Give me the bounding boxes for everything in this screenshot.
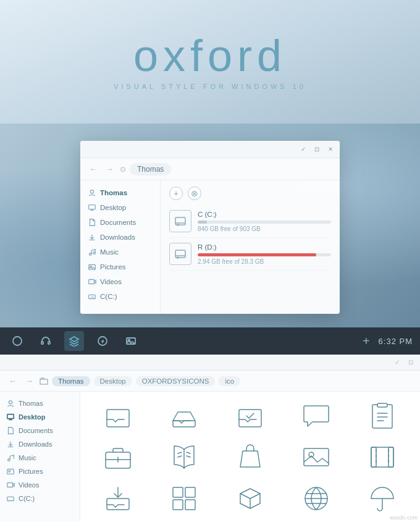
breadcrumb-desktop[interactable]: Desktop xyxy=(94,376,132,386)
drive-r-name: R (D:) xyxy=(198,243,331,251)
bottom-back-btn[interactable]: ← xyxy=(6,375,19,387)
svg-rect-47 xyxy=(371,447,376,467)
svg-rect-56 xyxy=(173,487,183,497)
drive-r-bar-bg xyxy=(198,253,331,256)
drive-c-info: C (C:) 840 GB free of 903 GB xyxy=(198,211,331,232)
bottom-sidebar-drive[interactable]: C(C:) xyxy=(0,492,80,505)
window-titlebar: ✓ ⊡ ✕ xyxy=(80,141,340,158)
sidebar-label-music: Music xyxy=(100,248,119,256)
sidebar-item-desktop[interactable]: Desktop xyxy=(80,200,160,215)
close-button[interactable]: ✕ xyxy=(326,145,335,154)
taskbar-add-button[interactable]: + xyxy=(363,334,370,348)
icon-inbox-down[interactable] xyxy=(86,479,149,517)
bottom-sidebar-videos[interactable]: Videos xyxy=(0,478,80,492)
icon-inbox[interactable] xyxy=(86,397,149,434)
drive-c-bar-bg xyxy=(198,221,331,224)
drive-r-icon xyxy=(169,243,191,265)
breadcrumb-oxfordsysicons[interactable]: OXFORDSYSICONS xyxy=(136,376,216,386)
drive-c-name: C (C:) xyxy=(198,211,331,218)
icon-globe[interactable] xyxy=(285,479,348,517)
bottom-forward-btn[interactable]: → xyxy=(23,375,36,387)
sidebar-item-thomas[interactable]: Thomas xyxy=(80,185,160,200)
taskbar-compass-icon[interactable] xyxy=(93,331,112,351)
icon-open-book[interactable] xyxy=(153,438,215,476)
taskbar-time: 6:32 PM xyxy=(379,337,413,346)
folder-icon xyxy=(40,377,48,385)
sidebar-item-videos[interactable]: Videos xyxy=(80,274,160,289)
taskbar-headphones-icon[interactable] xyxy=(36,331,56,351)
sidebar-label-desktop: Desktop xyxy=(100,204,126,211)
icon-box[interactable] xyxy=(219,479,281,517)
location-pill[interactable]: Thomas xyxy=(130,163,171,175)
bottom-sidebar-pictures[interactable]: Pictures xyxy=(0,465,80,478)
drive-c-bar-fill xyxy=(198,221,207,224)
bottom-sidebar-music[interactable]: Music xyxy=(0,451,80,465)
minimize-button[interactable]: ✓ xyxy=(299,145,308,154)
taskbar-power-icon[interactable] xyxy=(7,331,27,351)
icon-inbox-open[interactable] xyxy=(153,397,215,434)
icon-umbrella[interactable] xyxy=(351,479,414,517)
bottom-sidebar-documents[interactable]: Documents xyxy=(0,424,80,437)
sidebar-label-downloads: Downloads xyxy=(100,234,135,241)
bottom-sidebar-desktop[interactable]: Desktop xyxy=(0,410,80,424)
svg-line-41 xyxy=(178,456,182,457)
icon-clipboard[interactable] xyxy=(351,397,414,434)
sidebar-top: Thomas Desktop Documents Downloads Music xyxy=(80,180,161,314)
bottom-body: Thomas Desktop Documents Downloads Music xyxy=(0,392,420,522)
bottom-titlebar: ✓ ⊡ xyxy=(0,355,420,371)
bottom-minimize-btn[interactable]: ✓ xyxy=(393,358,401,367)
brand-title: oxford xyxy=(133,33,287,78)
icon-image-landscape[interactable] xyxy=(285,438,348,476)
bottom-section: ✓ ⊡ ← → Thomas Desktop OXFORDSYSICONS ic… xyxy=(0,355,420,522)
breadcrumb-ico[interactable]: ico xyxy=(219,376,240,386)
breadcrumb-thomas[interactable]: Thomas xyxy=(52,376,90,386)
svg-point-26 xyxy=(9,471,10,473)
sidebar-item-downloads[interactable]: Downloads xyxy=(80,230,160,245)
drive-r-bar-fill xyxy=(198,253,316,256)
icon-briefcase[interactable] xyxy=(86,438,149,476)
bottom-sidebar-downloads[interactable]: Downloads xyxy=(0,437,80,451)
sidebar-label-drive-c: C(C:) xyxy=(100,293,117,300)
sidebar-item-music[interactable]: Music xyxy=(80,245,160,259)
back-button[interactable]: ← xyxy=(86,163,99,175)
sidebar-item-documents[interactable]: Documents xyxy=(80,215,160,230)
forward-button[interactable]: → xyxy=(103,163,116,175)
remove-button[interactable]: ⊗ xyxy=(188,187,201,200)
taskbar-image-icon[interactable] xyxy=(121,331,141,351)
svg-rect-8 xyxy=(175,217,185,225)
icon-grid-box[interactable] xyxy=(153,479,215,517)
icon-chat-bubble[interactable] xyxy=(285,397,348,434)
svg-rect-59 xyxy=(185,500,195,510)
svg-rect-31 xyxy=(239,410,261,427)
add-button[interactable]: + xyxy=(169,187,183,200)
maximize-button[interactable]: ⊡ xyxy=(313,145,321,154)
taskbar-layers-icon[interactable] xyxy=(64,331,84,351)
explorer-window-top: ✓ ⊡ ✕ ← → ⊙ Thomas Thomas Desktop xyxy=(80,141,340,314)
drive-r-item[interactable]: R (D:) 2.94 GB free of 28.3 GB xyxy=(169,238,331,271)
sidebar-item-pictures[interactable]: Pictures xyxy=(80,259,160,274)
drive-c-item[interactable]: C (C:) 840 GB free of 903 GB xyxy=(169,205,331,238)
window-body: Thomas Desktop Documents Downloads Music xyxy=(80,180,340,314)
watermark: wsxdn.com xyxy=(390,515,418,521)
svg-point-22 xyxy=(9,401,12,404)
brand-subtitle: VISUAL STYLE FOR WINDOWS 10 xyxy=(114,83,306,90)
window-toolbar: ← → ⊙ Thomas xyxy=(80,158,340,180)
svg-rect-23 xyxy=(7,415,14,419)
sidebar-label-documents: Documents xyxy=(100,219,136,226)
svg-rect-29 xyxy=(107,410,129,427)
sidebar-item-drive-c[interactable]: C(C:) xyxy=(80,289,160,304)
bottom-sidebar-label-drive: C(C:) xyxy=(19,495,35,502)
sidebar-label-thomas: Thomas xyxy=(100,189,127,196)
top-hero: oxford VISUAL STYLE FOR WINDOWS 10 xyxy=(0,0,420,124)
svg-line-42 xyxy=(187,452,190,453)
bottom-sidebar-label-thomas: Thomas xyxy=(19,400,43,407)
bottom-sidebar-label-videos: Videos xyxy=(19,481,39,489)
icon-inbox-check[interactable] xyxy=(219,397,281,434)
svg-rect-32 xyxy=(377,403,387,407)
bottom-sidebar-label-pictures: Pictures xyxy=(19,468,43,475)
icon-shopping-bag[interactable] xyxy=(219,438,281,476)
bottom-sidebar-thomas[interactable]: Thomas xyxy=(0,397,80,410)
bottom-maximize-btn[interactable]: ⊡ xyxy=(406,358,415,367)
icon-film-strip[interactable] xyxy=(351,438,414,476)
svg-line-40 xyxy=(178,452,182,453)
